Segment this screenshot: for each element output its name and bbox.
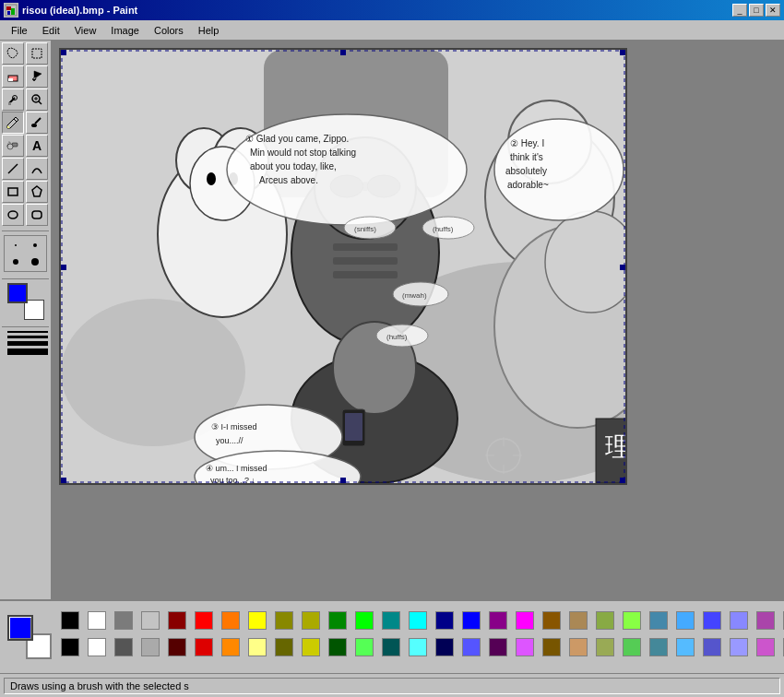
palette-color-gray1[interactable] [114, 611, 133, 630]
palette-color2-yellow3[interactable] [302, 638, 320, 656]
palette-color-yellow[interactable] [248, 611, 267, 630]
palette-color-olive[interactable] [275, 611, 293, 630]
menu-colors[interactable]: Colors [147, 23, 191, 38]
tool-brush[interactable] [26, 112, 48, 134]
svg-text:③ I-I missed: ③ I-I missed [211, 422, 257, 431]
palette-color-purple[interactable] [516, 611, 534, 630]
palette-color2-ltblue[interactable] [676, 638, 695, 656]
canvas-container[interactable]: ① Glad you came, Zippo. Min would not st… [59, 48, 627, 485]
svg-text:④ um... I missed: ④ um... I missed [206, 464, 267, 473]
palette-color-periwinkle[interactable] [730, 611, 748, 630]
palette-color-white[interactable] [88, 611, 106, 630]
palette-color2-purple2[interactable] [489, 638, 507, 656]
foreground-color-box[interactable] [7, 615, 33, 641]
palette-color2-teal2[interactable] [382, 638, 400, 656]
palette-color2-navy2[interactable] [435, 638, 454, 656]
tool-pencil[interactable] [2, 112, 24, 134]
palette-color-blue2[interactable] [703, 611, 721, 630]
palette-color-lavender[interactable] [756, 611, 775, 630]
tool-fill[interactable] [26, 65, 48, 88]
palette-color-green-dark[interactable] [328, 611, 347, 630]
svg-text:think it's: think it's [510, 152, 543, 162]
palette-color-teal[interactable] [409, 611, 427, 630]
palette-color-black[interactable] [61, 611, 79, 630]
color-palette-grid [61, 611, 784, 664]
menu-view[interactable]: View [67, 23, 104, 38]
svg-point-31 [8, 211, 18, 219]
palette-color2-blue[interactable] [462, 638, 481, 656]
palette-color2-steelblue[interactable] [649, 638, 668, 656]
palette-color2-lgray[interactable] [141, 638, 160, 656]
tool-text[interactable]: A [26, 135, 48, 157]
tool-line[interactable] [2, 158, 24, 180]
svg-point-20 [31, 124, 37, 127]
minimize-button[interactable]: _ [732, 4, 747, 17]
palette-color-tan[interactable] [569, 611, 588, 630]
palette-color2-black[interactable] [61, 638, 79, 656]
fg-color-swatch[interactable] [7, 283, 28, 303]
palette-color2-olive2[interactable] [275, 638, 293, 656]
palette-color2-brown2[interactable] [542, 638, 561, 656]
palette-color2-red[interactable] [195, 638, 213, 656]
palette-color2-cyan[interactable] [409, 638, 427, 656]
svg-rect-101 [620, 478, 625, 483]
tool-airbrush[interactable] [2, 135, 24, 157]
palette-color2-yellow[interactable] [248, 638, 267, 656]
palette-color-green[interactable] [355, 611, 374, 630]
palette-color2-white[interactable] [88, 638, 106, 656]
palette-color2-magenta[interactable] [516, 638, 534, 656]
menu-edit[interactable]: Edit [35, 23, 67, 38]
palette-color-red2[interactable] [195, 611, 213, 630]
palette-color-yellow2[interactable] [302, 611, 320, 630]
tool-curve[interactable] [26, 158, 48, 180]
tool-zoom[interactable] [26, 89, 48, 111]
palette-color2-violet2[interactable] [756, 638, 775, 656]
palette-color2-dgray[interactable] [114, 638, 133, 656]
tool-ellipse[interactable] [2, 204, 24, 226]
tool-eraser[interactable] [2, 65, 24, 88]
palette-color-khaki[interactable] [596, 611, 614, 630]
palette-color-red[interactable] [168, 611, 186, 630]
size-large[interactable] [29, 256, 43, 267]
menu-help[interactable]: Help [191, 23, 227, 38]
palette-color2-darkred[interactable] [168, 638, 186, 656]
tool-rounded-rect[interactable] [26, 204, 48, 226]
palette-color2-sage[interactable] [596, 638, 614, 656]
menu-image[interactable]: Image [103, 23, 147, 38]
size-medium-small[interactable] [29, 240, 43, 251]
close-button[interactable]: ✕ [766, 4, 780, 17]
line-style-thicker[interactable] [7, 348, 48, 355]
line-style-thin[interactable] [7, 331, 48, 333]
palette-color-orange[interactable] [221, 611, 240, 630]
tool-rect-select[interactable] [26, 42, 48, 65]
tool-free-select[interactable] [2, 42, 24, 65]
menu-file[interactable]: File [4, 23, 35, 38]
palette-color-gray2[interactable] [141, 611, 160, 630]
palette-color-brown[interactable] [542, 611, 561, 630]
tool-rectangle[interactable] [2, 181, 24, 203]
size-medium[interactable] [8, 256, 23, 267]
size-small[interactable] [8, 240, 23, 251]
title-bar-left: risou (ideal).bmp - Paint [4, 3, 137, 18]
palette-color-teal-dark[interactable] [382, 611, 400, 630]
palette-color2-tan2[interactable] [569, 638, 588, 656]
tool-polygon[interactable] [26, 181, 48, 203]
palette-color2-purple3[interactable] [730, 638, 748, 656]
palette-color-purple-dark[interactable] [489, 611, 507, 630]
line-style-thick[interactable] [7, 341, 48, 346]
palette-color2-green[interactable] [328, 638, 347, 656]
palette-color-lime[interactable] [623, 611, 641, 630]
palette-color2-lime2[interactable] [623, 638, 641, 656]
palette-color2-violet[interactable] [703, 638, 721, 656]
palette-color-sky[interactable] [676, 611, 695, 630]
line-style-medium[interactable] [7, 336, 48, 338]
palette-color-blue[interactable] [462, 611, 481, 630]
palette-color-blue-gray[interactable] [649, 611, 668, 630]
canvas-image[interactable]: ① Glad you came, Zippo. Min would not st… [61, 50, 625, 483]
palette-color2-orange[interactable] [221, 638, 240, 656]
window-controls[interactable]: _ □ ✕ [732, 4, 780, 17]
maximize-button[interactable]: □ [749, 4, 764, 17]
palette-color2-lgreen[interactable] [355, 638, 374, 656]
palette-color-navy[interactable] [435, 611, 454, 630]
tool-eyedropper[interactable] [2, 89, 24, 111]
